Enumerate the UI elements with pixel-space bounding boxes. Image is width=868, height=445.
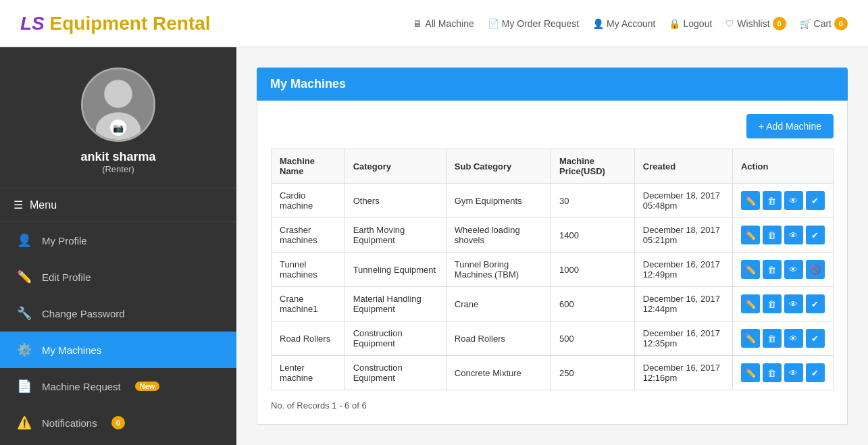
edit-button[interactable]: ✏️ [741, 226, 760, 244]
table-cell: Tunnel machines [272, 253, 345, 287]
nav-all-machine[interactable]: 🖥 All Machine [413, 18, 474, 29]
edit-button[interactable]: ✏️ [741, 294, 760, 313]
sidebar-item-my-profile[interactable]: 👤 My Profile [0, 222, 236, 259]
sidebar-item-my-machines[interactable]: ⚙️ My Machines [0, 332, 236, 368]
table-cell: Gym Equipments [446, 184, 551, 218]
document-icon: 📄 [17, 379, 32, 394]
view-button[interactable]: 👁 [784, 191, 803, 210]
machine-icon: 🖥 [413, 18, 422, 29]
sidebar-item-change-password[interactable]: 🔧 Change Password [0, 295, 236, 332]
layout: 📷 ankit sharma (Renter) ☰ Menu 👤 My Prof… [0, 47, 868, 445]
table-row: Crasher machinesEarth Moving EquipmentWh… [272, 218, 834, 253]
table-row: Lenter machineConstruction EquipmentConc… [272, 356, 834, 390]
view-button[interactable]: 👁 [784, 226, 803, 244]
table-cell: 250 [551, 356, 634, 390]
nav-logout[interactable]: 🔒 Logout [669, 18, 712, 29]
logo-eq: Equipment Rental [50, 13, 211, 34]
table-cell: Road Rollers [272, 321, 345, 356]
table-cell: Crane [446, 287, 551, 321]
table-cell: Concrete Mixture [446, 356, 551, 390]
view-button[interactable]: 👁 [784, 294, 803, 313]
table-cell: 500 [551, 321, 634, 356]
table-row: Cardio machineOthersGym Equipments30Dece… [272, 184, 834, 218]
table-cell: Tunneling Equipment [344, 253, 446, 287]
table-cell: Lenter machine [272, 356, 345, 390]
edit-button[interactable]: ✏️ [741, 260, 760, 279]
account-icon: 👤 [592, 18, 604, 29]
edit-button[interactable]: ✏️ [741, 191, 760, 210]
camera-icon[interactable]: 📷 [110, 120, 126, 136]
check-button[interactable]: ✔ [806, 294, 825, 313]
table-cell: December 16, 2017 12:44pm [634, 287, 732, 321]
table-cell: Construction Equipment [344, 321, 446, 356]
nav-wishlist[interactable]: ♡ Wishlist 0 [725, 17, 786, 30]
table-cell: Road Rollers [446, 321, 551, 356]
delete-button[interactable]: 🗑 [763, 363, 782, 382]
col-action: Action [732, 149, 833, 184]
section-header: My Machines [257, 68, 848, 101]
table-cell: Material Handling Equipment [344, 287, 446, 321]
logo: LS Equipment Rental [20, 13, 211, 34]
table-cell: Crasher machines [272, 218, 345, 253]
delete-button[interactable]: 🗑 [763, 226, 782, 244]
view-button[interactable]: 👁 [784, 260, 803, 279]
toolbar: + Add Machine [271, 114, 834, 138]
action-cell: ✏️🗑👁✔ [732, 321, 833, 356]
table-row: Crane machine1Material Handling Equipmen… [272, 287, 834, 321]
table-cell: December 16, 2017 12:49pm [634, 253, 732, 287]
wishlist-badge: 0 [773, 17, 786, 30]
header: LS Equipment Rental 🖥 All Machine 📄 My O… [0, 0, 868, 47]
edit-button[interactable]: ✏️ [741, 363, 760, 382]
check-button[interactable]: ✔ [806, 191, 825, 210]
machines-table: Machine Name Category Sub Category Machi… [271, 149, 834, 390]
sidebar-item-edit-profile[interactable]: ✏️ Edit Profile [0, 259, 236, 295]
table-cell: December 18, 2017 05:48pm [634, 184, 732, 218]
table-cell: 600 [551, 287, 634, 321]
delete-button[interactable]: 🗑 [763, 329, 782, 348]
wrench-icon: 🔧 [17, 306, 32, 321]
sidebar: 📷 ankit sharma (Renter) ☰ Menu 👤 My Prof… [0, 47, 236, 445]
table-cell: Others [344, 184, 446, 218]
table-cell: Tunnel Boring Machines (TBM) [446, 253, 551, 287]
check-button[interactable]: ✔ [806, 226, 825, 244]
machine-request-badge: New [135, 382, 160, 391]
table-cell: December 18, 2017 05:21pm [634, 218, 732, 253]
sidebar-item-machine-request[interactable]: 📄 Machine Request New [0, 368, 236, 404]
table-cell: Construction Equipment [344, 356, 446, 390]
add-machine-button[interactable]: + Add Machine [746, 114, 834, 138]
cart-icon: 🛒 [800, 18, 811, 29]
logo-ls: LS [20, 13, 45, 34]
action-cell: ✏️🗑👁✔ [732, 184, 833, 218]
col-sub-category: Sub Category [446, 149, 551, 184]
sidebar-item-notifications[interactable]: ⚠️ Notifications 0 [0, 404, 236, 441]
block-button[interactable]: 🚫 [806, 260, 825, 279]
delete-button[interactable]: 🗑 [763, 191, 782, 210]
edit-button[interactable]: ✏️ [741, 329, 760, 348]
section-body: + Add Machine Machine Name Category Sub … [257, 101, 848, 425]
user-name: ankit sharma [80, 150, 155, 164]
gear-icon: ⚙️ [17, 342, 32, 357]
records-text: No. of Records 1 - 6 of 6 [271, 400, 834, 411]
profile-icon: 👤 [17, 233, 32, 248]
delete-button[interactable]: 🗑 [763, 294, 782, 313]
table-cell: Crane machine1 [272, 287, 345, 321]
delete-button[interactable]: 🗑 [763, 260, 782, 279]
action-cell: ✏️🗑👁✔ [732, 287, 833, 321]
notifications-badge: 0 [111, 416, 125, 429]
avatar: 📷 [81, 68, 155, 142]
col-price: Machine Price(USD) [551, 149, 634, 184]
menu-header: ☰ Menu [0, 188, 236, 222]
main-content: My Machines + Add Machine Machine Name C… [236, 47, 868, 445]
nav-order-request[interactable]: 📄 My Order Request [488, 18, 579, 29]
nav-cart[interactable]: 🛒 Cart 0 [800, 17, 848, 30]
action-cell: ✏️🗑👁🚫 [732, 253, 833, 287]
check-button[interactable]: ✔ [806, 363, 825, 382]
action-cell: ✏️🗑👁✔ [732, 356, 833, 390]
view-button[interactable]: 👁 [784, 329, 803, 348]
view-button[interactable]: 👁 [784, 363, 803, 382]
heart-icon: ♡ [725, 18, 734, 29]
nav-my-account[interactable]: 👤 My Account [592, 18, 655, 29]
check-button[interactable]: ✔ [806, 329, 825, 348]
col-created: Created [634, 149, 732, 184]
table-row: Tunnel machinesTunneling EquipmentTunnel… [272, 253, 834, 287]
